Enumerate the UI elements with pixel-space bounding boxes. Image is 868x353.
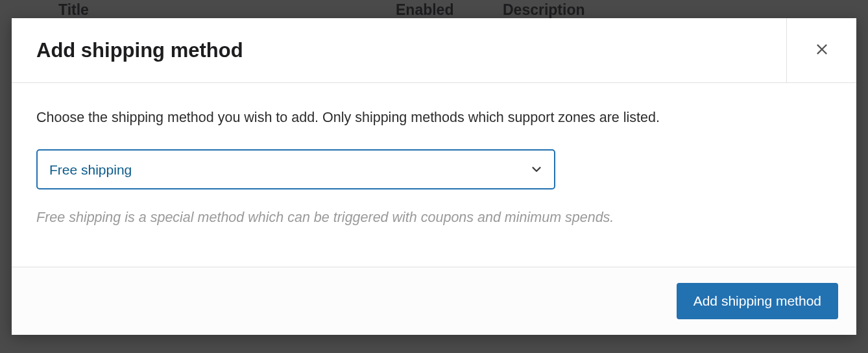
bg-column-enabled: Enabled [396,1,503,19]
modal-footer: Add shipping method [12,267,856,335]
modal-header: Add shipping method [12,18,856,83]
bg-column-title: Title [58,1,396,19]
modal-body: Choose the shipping method you wish to a… [12,83,856,267]
close-icon [815,42,829,58]
add-shipping-method-modal: Add shipping method Choose the shipping … [12,18,856,335]
method-help-text: Free shipping is a special method which … [36,208,832,227]
modal-title: Add shipping method [12,39,243,62]
shipping-method-select-wrapper: Free shipping [36,149,555,189]
background-table-header: Title Enabled Description [0,0,868,19]
close-button[interactable] [786,18,856,82]
bg-column-description: Description [503,1,810,19]
shipping-method-select[interactable]: Free shipping [36,149,555,189]
add-shipping-method-button[interactable]: Add shipping method [677,283,838,319]
modal-description: Choose the shipping method you wish to a… [36,108,832,127]
